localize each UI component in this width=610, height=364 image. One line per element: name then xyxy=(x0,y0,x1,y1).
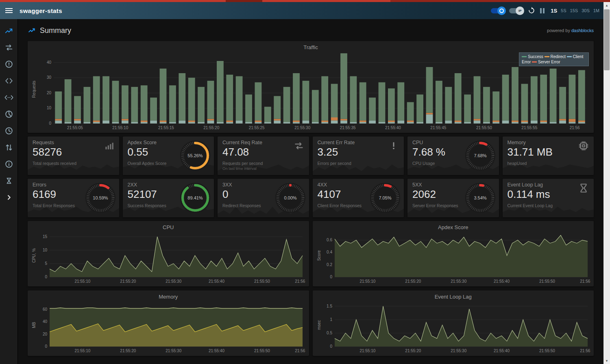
menu-icon[interactable] xyxy=(0,2,18,19)
svg-text:21:55:50: 21:55:50 xyxy=(254,279,270,284)
sidebar-item-api-responses[interactable] xyxy=(0,89,17,106)
svg-text:21:55:10: 21:55:10 xyxy=(112,126,128,130)
svg-text:21:55:20: 21:55:20 xyxy=(405,349,421,353)
memory-panel: Memory 020406021:55:1021:55:2021:55:3021… xyxy=(28,290,309,356)
swap-horizontal-icon xyxy=(294,141,304,151)
card-subtitle: CPU Usage xyxy=(412,161,435,166)
scrollbar[interactable]: ▲ ▼ xyxy=(603,2,610,364)
interval-15s[interactable]: 15S xyxy=(570,8,578,13)
card-title: 5XX xyxy=(412,182,422,188)
card-subtitle-2: On last time interval xyxy=(222,166,257,171)
card-value: 6169 xyxy=(33,188,56,201)
card-title: Event Loop Lag xyxy=(508,182,543,188)
ip-knob: IP xyxy=(516,6,524,15)
swap-vertical-icon xyxy=(4,143,13,152)
auto-refresh-toggle[interactable] xyxy=(491,8,505,13)
svg-text:21:56: 21:56 xyxy=(295,349,305,353)
svg-text:21:55:25: 21:55:25 xyxy=(249,126,265,130)
sidebar-item-about[interactable] xyxy=(0,156,17,172)
traffic-panel: Traffic Success Redirect Client Error Se… xyxy=(28,41,594,133)
success-gauge: 89.41% xyxy=(180,182,211,213)
svg-text:21:55:40: 21:55:40 xyxy=(385,126,401,130)
card-value: 47.08 xyxy=(222,146,249,158)
card-value: 58276 xyxy=(33,146,62,158)
card-2xx: 2XX 52107 Success Responses 89.41% xyxy=(123,179,214,217)
svg-text:0.4: 0.4 xyxy=(327,250,332,254)
sidebar-item-timeline[interactable] xyxy=(0,122,17,139)
sidebar-item-rates[interactable] xyxy=(0,106,17,122)
sidebar-item-requests[interactable] xyxy=(0,39,17,56)
ip-toggle[interactable]: IP xyxy=(509,8,523,13)
charts-row-2: Memory 020406021:55:1021:55:2021:55:3021… xyxy=(28,290,594,356)
interval-5s[interactable]: 5S xyxy=(561,8,566,13)
svg-text:21:55:55: 21:55:55 xyxy=(521,126,537,130)
app-title: swagger-stats xyxy=(20,7,62,14)
apdex-panel: Apdex Score 00.20.40.621:55:1021:55:2021… xyxy=(313,221,594,286)
trending-up-icon xyxy=(4,26,13,35)
donut-chart-icon xyxy=(4,110,13,119)
sidebar-item-errors[interactable] xyxy=(0,56,17,72)
svg-text:1.5: 1.5 xyxy=(327,304,332,308)
card-err-rate: Current Err Rate 3.25 Errors per second xyxy=(313,136,404,175)
header-controls: IP 1S 5S 15S 30S 1M xyxy=(491,6,603,15)
dashblocks-link[interactable]: dashblocks xyxy=(571,28,594,33)
card-value: 0.114 ms xyxy=(508,188,550,201)
svg-text:40: 40 xyxy=(47,60,52,65)
card-subtitle: Client Error Responses xyxy=(318,203,362,208)
card-title: CPU xyxy=(412,140,423,145)
card-subtitle: Requests per second xyxy=(222,161,263,166)
interval-selector: 1S 5S 15S 30S 1M xyxy=(551,8,599,14)
svg-text:21:55:15: 21:55:15 xyxy=(158,126,174,130)
powered-by: powered by dashblocks xyxy=(547,28,594,33)
page-title: Summary xyxy=(40,26,71,35)
sidebar-expand[interactable] xyxy=(0,189,17,206)
info-outline-icon xyxy=(4,160,13,169)
pause-icon[interactable] xyxy=(540,8,545,13)
svg-text:MB: MB xyxy=(32,322,36,328)
svg-text:21:55:10: 21:55:10 xyxy=(74,349,90,353)
server-error-gauge: 3.54% xyxy=(465,182,496,213)
redirect-gauge: 0.00% xyxy=(275,182,306,213)
svg-text:55.26%: 55.26% xyxy=(187,153,203,158)
event-loop-chart: 00.511.521:55:1021:55:2021:55:3021:55:40… xyxy=(315,300,592,354)
apdex-chart-title: Apdex Score xyxy=(313,221,594,230)
settings-ethernet-icon xyxy=(4,93,13,102)
metric-cards-row-2: Errors 6169 Total Error Responses 10.59%… xyxy=(28,179,594,217)
card-value: 4107 xyxy=(318,188,341,201)
svg-text:0.00%: 0.00% xyxy=(284,195,296,200)
card-title: Apdex Score xyxy=(128,140,157,145)
svg-text:89.41%: 89.41% xyxy=(187,195,203,200)
svg-text:7.68%: 7.68% xyxy=(474,153,486,158)
refresh-icon[interactable] xyxy=(527,6,536,15)
interval-1m[interactable]: 1M xyxy=(593,8,599,13)
scroll-down-icon[interactable]: ▼ xyxy=(603,358,610,364)
card-subtitle: Success Responses xyxy=(128,203,166,208)
event-loop-chart-title: Event Loop Lag xyxy=(313,290,594,300)
svg-text:21:55:10: 21:55:10 xyxy=(359,279,375,284)
card-requests: Requests 58276 Total requests received xyxy=(28,136,119,175)
svg-text:1: 1 xyxy=(330,317,332,322)
scroll-up-icon[interactable]: ▲ xyxy=(603,2,610,9)
card-title: Current Err Rate xyxy=(318,140,355,145)
event-loop-panel: Event Loop Lag 00.511.521:55:1021:55:202… xyxy=(313,290,594,356)
interval-30s[interactable]: 30S xyxy=(582,8,590,13)
svg-text:0: 0 xyxy=(330,275,332,279)
legend-success-swatch xyxy=(522,56,527,57)
card-3xx: 3XX 0 Redirect Responses 0.00% xyxy=(218,179,309,217)
sidebar-item-api[interactable] xyxy=(0,72,17,89)
svg-text:21:55:40: 21:55:40 xyxy=(494,349,510,353)
sidebar-item-apdex[interactable] xyxy=(0,172,17,189)
interval-1s[interactable]: 1S xyxy=(551,8,557,14)
cpu-chart-title: CPU xyxy=(28,221,309,230)
svg-text:0: 0 xyxy=(49,121,51,126)
card-value: 31.71 MB xyxy=(508,146,553,158)
scrollbar-thumb[interactable] xyxy=(604,9,610,70)
svg-text:3.54%: 3.54% xyxy=(474,195,486,200)
card-value: 7.68 % xyxy=(412,146,445,158)
svg-text:0.6: 0.6 xyxy=(327,238,332,242)
svg-text:21:55:50: 21:55:50 xyxy=(254,349,270,353)
card-memory: Memory 31.71 MB heapUsed xyxy=(503,136,594,175)
card-subtitle: Total requests received xyxy=(33,161,76,166)
sidebar-item-payload[interactable] xyxy=(0,139,17,156)
sidebar-item-summary[interactable] xyxy=(0,22,17,39)
